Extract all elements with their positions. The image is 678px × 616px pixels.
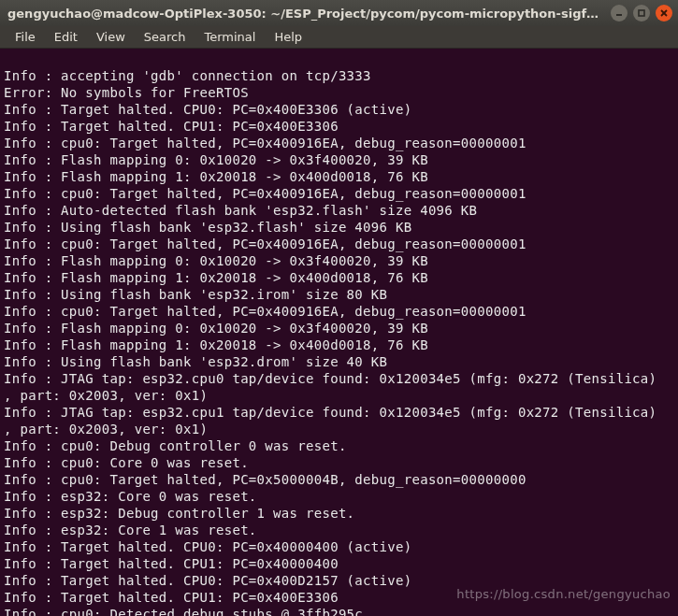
menu-edit[interactable]: Edit (45, 28, 87, 46)
svg-rect-1 (639, 10, 644, 16)
window-title: gengyuchao@madcow-OptiPlex-3050: ~/ESP_P… (7, 7, 605, 21)
window-close-button[interactable] (656, 5, 672, 21)
menubar: File Edit View Search Terminal Help (0, 26, 678, 49)
watermark-text: https://blog.csdn.net/gengyuchao (456, 586, 671, 603)
window-maximize-button[interactable] (633, 5, 650, 21)
menu-view[interactable]: View (87, 28, 135, 46)
terminal-viewport[interactable]: Info : accepting 'gdb' connection on tcp… (0, 49, 678, 616)
menu-terminal[interactable]: Terminal (195, 28, 265, 46)
menu-file[interactable]: File (6, 28, 45, 46)
terminal-output: Info : accepting 'gdb' connection on tcp… (4, 67, 674, 616)
window-minimize-button[interactable] (611, 5, 628, 21)
minimize-icon (614, 8, 624, 18)
maximize-icon (637, 8, 646, 18)
menu-help[interactable]: Help (265, 28, 311, 46)
window-titlebar: gengyuchao@madcow-OptiPlex-3050: ~/ESP_P… (0, 0, 678, 26)
close-icon (659, 8, 669, 18)
menu-search[interactable]: Search (135, 28, 195, 46)
